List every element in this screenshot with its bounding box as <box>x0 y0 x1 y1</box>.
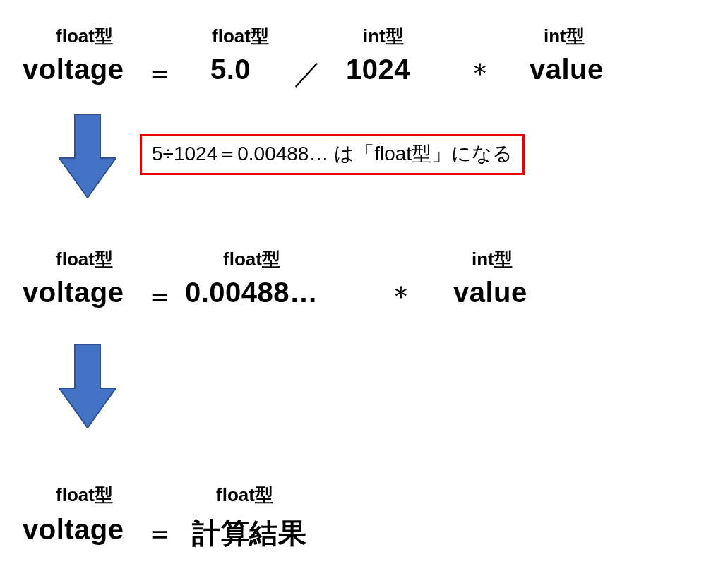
type-label-row2-result: float型 <box>223 247 280 272</box>
row2-voltage: voltage <box>23 277 124 308</box>
type-label-row1-five: float型 <box>212 24 269 49</box>
type-label-row2-value: int型 <box>472 247 513 272</box>
row2-equals: ＝ <box>145 277 174 316</box>
row1-multiply: ＊ <box>466 54 495 92</box>
type-label-row2-voltage: float型 <box>56 247 113 272</box>
type-label-row1-1024: int型 <box>363 24 404 49</box>
down-arrow-icon <box>59 344 116 428</box>
type-label-row1-value: int型 <box>544 24 585 49</box>
row3-voltage: voltage <box>23 514 124 546</box>
row3-equals: ＝ <box>145 514 174 553</box>
type-label-row3-voltage: float型 <box>56 483 113 508</box>
type-label-row3-result: float型 <box>216 483 273 508</box>
callout-box: 5÷1024＝0.00488… は「float型」になる <box>140 134 525 175</box>
diagram-stage: float型 float型 int型 int型 voltage ＝ 5.0 ／ … <box>0 0 723 588</box>
down-arrow-icon <box>59 114 116 198</box>
row1-value: value <box>530 54 604 85</box>
row1-voltage: voltage <box>23 54 124 85</box>
row1-1024: 1024 <box>346 54 410 85</box>
type-label-row1-voltage: float型 <box>56 24 113 49</box>
row1-five: 5.0 <box>210 54 251 85</box>
row3-result: 計算結果 <box>192 514 306 553</box>
row2-multiply: ＊ <box>387 277 416 316</box>
row2-value: value <box>453 277 527 308</box>
row1-equals: ＝ <box>145 54 174 92</box>
row2-result: 0.00488… <box>185 277 318 308</box>
row1-divide: ／ <box>294 54 323 92</box>
